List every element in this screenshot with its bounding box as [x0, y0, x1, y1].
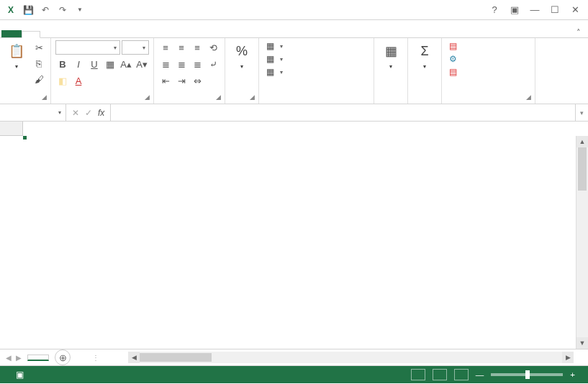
enter-formula-icon[interactable]: ✓ — [85, 108, 92, 118]
scroll-down-icon[interactable]: ▼ — [576, 337, 588, 349]
editing-icon: Σ — [415, 42, 434, 60]
tab-rc[interactable] — [144, 32, 161, 37]
tab-insert[interactable] — [40, 32, 58, 37]
minimize-icon[interactable]: — — [526, 4, 543, 15]
bold-button[interactable]: B — [55, 57, 70, 71]
formula-bar[interactable] — [111, 104, 575, 121]
sheet-tab-bar: ◀ ▶ ⊕ ⋮ ◀ ▶ — [0, 349, 588, 366]
increase-font-icon[interactable]: A▴ — [119, 57, 133, 71]
group-cells: ▦ ▾ — [374, 38, 408, 104]
paste-icon: 📋 — [7, 42, 26, 60]
pdf-icon: ▤ — [449, 41, 457, 51]
conditional-formatting-button[interactable]: ▦ ▾ — [263, 40, 286, 52]
cells-button[interactable]: ▦ ▾ — [379, 40, 403, 71]
change-settings-button[interactable]: ⚙ — [446, 53, 463, 65]
vertical-scrollbar[interactable]: ▲ ▼ — [576, 136, 588, 349]
sheet-prev-icon[interactable]: ◀ — [6, 354, 12, 362]
align-bottom-icon[interactable]: ≡ — [190, 40, 204, 55]
zoom-in-icon[interactable]: + — [570, 370, 575, 379]
help-icon[interactable]: ? — [486, 4, 503, 15]
tab-page-layout[interactable] — [58, 32, 75, 37]
formula-bar-row: ▾ ✕ ✓ fx ▾ — [0, 104, 588, 122]
macro-record-icon[interactable]: ▣ — [16, 370, 24, 380]
merge-center-icon[interactable]: ⇔ — [190, 73, 204, 88]
add-sheet-button[interactable]: ⊕ — [55, 349, 71, 365]
cancel-formula-icon[interactable]: ✕ — [72, 108, 79, 118]
normal-view-icon[interactable] — [411, 369, 425, 380]
number-dialog-launcher[interactable]: ◢ — [248, 93, 256, 101]
collapse-ribbon-icon[interactable]: ˄ — [576, 28, 588, 37]
tab-view[interactable] — [127, 32, 144, 37]
orientation-icon[interactable]: ⟲ — [206, 40, 220, 55]
page-layout-view-icon[interactable] — [433, 369, 447, 380]
font-color-button[interactable]: A — [71, 73, 86, 88]
tab-home[interactable] — [22, 31, 40, 38]
formula-buttons: ✕ ✓ fx — [66, 104, 111, 121]
border-button[interactable]: ▦ — [103, 57, 117, 71]
fx-icon[interactable]: fx — [98, 108, 104, 118]
tab-file[interactable] — [1, 30, 22, 37]
align-top-icon[interactable]: ≡ — [158, 40, 173, 55]
maximize-icon[interactable]: ☐ — [546, 4, 564, 15]
font-name-combo[interactable]: ▾ — [55, 40, 120, 55]
bluebeam-dialog-launcher[interactable]: ◢ — [524, 93, 533, 101]
tab-review[interactable] — [109, 32, 127, 37]
font-size-combo[interactable]: ▾ — [122, 40, 149, 55]
alignment-dialog-launcher[interactable]: ◢ — [214, 93, 222, 101]
ribbon-display-icon[interactable]: ▣ — [506, 4, 523, 15]
chevron-down-icon: ▾ — [15, 63, 18, 70]
group-styles: ▦ ▾ ▦ ▾ ▦ ▾ — [259, 38, 374, 104]
underline-button[interactable]: U — [87, 57, 101, 71]
cell-styles-button[interactable]: ▦ ▾ — [263, 66, 286, 78]
status-bar: ▣ — + — [0, 366, 588, 383]
copy-icon[interactable]: ⎘ — [32, 56, 46, 70]
clipboard-dialog-launcher[interactable]: ◢ — [40, 93, 48, 101]
vscroll-thumb[interactable] — [578, 147, 587, 191]
scroll-up-icon[interactable]: ▲ — [576, 136, 588, 147]
redo-icon[interactable]: ↷ — [55, 2, 71, 18]
align-left-icon[interactable]: ≣ — [158, 57, 173, 71]
zoom-out-icon[interactable]: — — [476, 370, 484, 379]
decrease-font-icon[interactable]: A▾ — [135, 57, 149, 71]
horizontal-scrollbar[interactable]: ◀ ▶ — [128, 352, 574, 363]
font-dialog-launcher[interactable]: ◢ — [143, 93, 151, 101]
zoom-slider[interactable] — [491, 373, 563, 376]
ribbon: 📋 ▾ ✂ ⎘ 🖌 ◢ ▾ ▾ B I U ▦ A▴ — [0, 38, 588, 104]
align-middle-icon[interactable]: ≡ — [174, 40, 189, 55]
sheet-next-icon[interactable]: ▶ — [16, 354, 22, 362]
fill-color-button[interactable]: ◧ — [55, 73, 70, 88]
qat-customize-icon[interactable]: ▼ — [72, 2, 88, 18]
increase-indent-icon[interactable]: ⇥ — [174, 73, 189, 88]
chevron-down-icon: ▾ — [423, 63, 426, 70]
number-format-button[interactable]: % ▾ — [230, 40, 254, 71]
expand-formula-bar-icon[interactable]: ▾ — [575, 104, 588, 121]
close-icon[interactable]: ✕ — [566, 4, 584, 15]
sheet-tab-1[interactable] — [27, 355, 49, 361]
align-right-icon[interactable]: ≣ — [190, 57, 204, 71]
name-box[interactable]: ▾ — [0, 104, 66, 121]
save-icon[interactable]: 💾 — [20, 2, 36, 18]
cut-icon[interactable]: ✂ — [32, 40, 46, 55]
wrap-text-icon[interactable]: ⤶ — [206, 57, 220, 71]
tab-bluebeam[interactable] — [178, 32, 196, 37]
tab-formulas[interactable] — [75, 32, 92, 37]
scroll-left-icon[interactable]: ◀ — [128, 352, 140, 363]
tab-data[interactable] — [92, 32, 109, 37]
create-pdf-button[interactable]: ▤ — [446, 40, 463, 52]
decrease-indent-icon[interactable]: ⇤ — [158, 73, 173, 88]
select-all-corner[interactable] — [0, 122, 23, 136]
paste-button[interactable]: 📋 ▾ — [4, 40, 29, 71]
format-as-table-button[interactable]: ▦ ▾ — [263, 53, 286, 65]
format-painter-icon[interactable]: 🖌 — [32, 72, 46, 86]
undo-icon[interactable]: ↶ — [37, 2, 53, 18]
scroll-right-icon[interactable]: ▶ — [562, 352, 574, 363]
batch-icon: ▤ — [449, 67, 457, 77]
hscroll-thumb[interactable] — [140, 353, 212, 362]
page-break-view-icon[interactable] — [454, 369, 469, 380]
align-center-icon[interactable]: ≣ — [174, 57, 189, 71]
batch-pdf-button[interactable]: ▤ — [446, 66, 463, 78]
group-font: ▾ ▾ B I U ▦ A▴ A▾ ◧ A ◢ — [51, 38, 154, 104]
editing-button[interactable]: Σ ▾ — [412, 40, 437, 71]
tab-developer[interactable] — [161, 32, 178, 37]
italic-button[interactable]: I — [71, 57, 86, 71]
